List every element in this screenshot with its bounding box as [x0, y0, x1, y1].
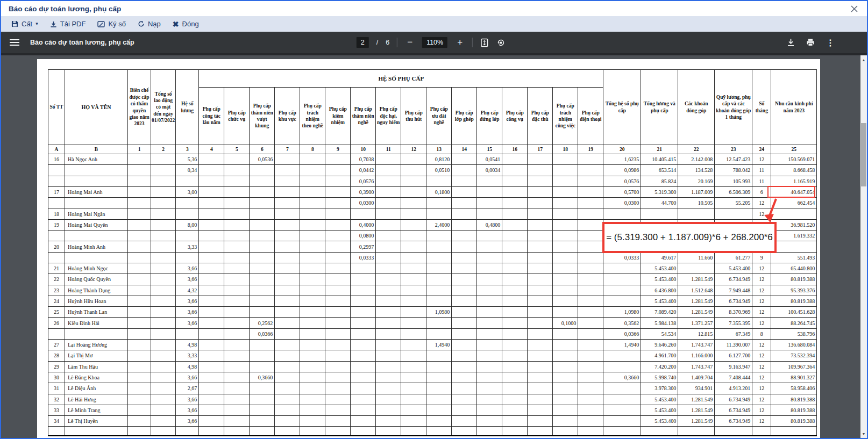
- rotate-button[interactable]: [496, 38, 506, 47]
- table-cell: [502, 176, 528, 186]
- table-cell: 3,66: [176, 274, 199, 285]
- table-cell: 1.281.549: [678, 416, 715, 427]
- scroll-up-icon[interactable]: ▲: [860, 56, 867, 63]
- pdf-download-button[interactable]: [787, 38, 795, 47]
- vertical-scrollbar[interactable]: ▲ ▼: [860, 55, 867, 438]
- table-cell: [199, 176, 224, 186]
- table-cell: [275, 416, 300, 427]
- save-button[interactable]: Cất ▾: [5, 16, 44, 32]
- table-cell: [553, 350, 578, 361]
- table-cell: 65.440.800: [771, 263, 817, 274]
- print-button[interactable]: [806, 38, 815, 47]
- table-cell: [477, 231, 502, 241]
- table-cell: 0,0034: [477, 165, 502, 176]
- table-cell: [128, 252, 151, 263]
- index-cell: 21: [641, 145, 678, 154]
- zoom-in-button[interactable]: +: [455, 37, 465, 48]
- table-cell: [128, 307, 151, 318]
- table-cell: [275, 198, 300, 208]
- table-cell: [250, 219, 275, 230]
- reload-button[interactable]: Nạp: [132, 16, 167, 32]
- table-cell: [351, 307, 376, 318]
- table-cell: [128, 241, 151, 252]
- table-cell: [128, 165, 151, 176]
- table-cell: Hoàng Mai Ngân: [65, 208, 128, 219]
- table-cell: [351, 208, 376, 219]
- index-cell: 13: [426, 145, 452, 154]
- table-cell: 6.734.949: [715, 296, 752, 306]
- fit-page-button[interactable]: [480, 38, 489, 47]
- table-cell: 0,7038: [351, 154, 376, 165]
- table-cell: [48, 427, 65, 436]
- table-cell: [151, 285, 176, 296]
- table-cell: [151, 328, 176, 339]
- table-cell: [578, 252, 603, 263]
- table-cell: [376, 372, 401, 383]
- table-cell: [578, 361, 603, 372]
- table-cell: [401, 154, 426, 165]
- table-cell: [401, 350, 426, 361]
- table-cell: [502, 198, 528, 208]
- table-cell: 0,0986: [603, 165, 641, 176]
- pdf-toolbar: Báo cáo dự toán lương, phụ cấp 2 / 6 − 1…: [1, 32, 867, 53]
- table-cell: Lại Thị Mơ: [65, 350, 128, 361]
- table-cell: [426, 427, 452, 436]
- table-cell: [128, 154, 151, 165]
- index-cell: 14: [452, 145, 477, 154]
- table-cell: [553, 208, 578, 219]
- table-cell: [300, 263, 325, 274]
- table-cell: [300, 274, 325, 285]
- table-cell: 11.660: [678, 252, 715, 263]
- table-cell: 44.700: [641, 198, 678, 208]
- table-cell: [48, 165, 65, 176]
- scrollbar-thumb[interactable]: [861, 123, 866, 186]
- table-cell: [151, 176, 176, 186]
- table-cell: [48, 198, 65, 208]
- table-cell: [151, 154, 176, 165]
- table-cell: [715, 208, 752, 219]
- table-cell: [151, 231, 176, 241]
- page-number-input[interactable]: 2: [357, 37, 369, 48]
- table-row: 25Huỳnh Thanh Lan3,661,09801,09807.089.4…: [48, 307, 817, 318]
- zoom-out-button[interactable]: −: [405, 37, 415, 48]
- table-cell: 23: [48, 285, 65, 296]
- table-cell: 6.734.949: [715, 274, 752, 285]
- scroll-down-icon[interactable]: ▼: [860, 430, 867, 437]
- table-cell: [351, 427, 376, 436]
- table-cell: [528, 165, 553, 176]
- table-cell: [502, 416, 528, 427]
- table-cell: [578, 231, 603, 241]
- table-cell: 26: [48, 318, 65, 328]
- table-cell: 11: [752, 165, 771, 176]
- table-cell: [275, 274, 300, 285]
- index-cell: 10: [351, 145, 376, 154]
- index-cell: 17: [528, 145, 553, 154]
- menu-icon[interactable]: [10, 38, 19, 47]
- table-cell: 3,66: [176, 405, 199, 415]
- window-close-button[interactable]: [849, 3, 859, 14]
- digital-sign-button[interactable]: Ký số: [91, 16, 132, 32]
- table-cell: [502, 231, 528, 241]
- table-cell: [578, 328, 603, 339]
- close-document-button[interactable]: ✖ Đóng: [167, 16, 205, 32]
- table-cell: 31: [48, 383, 65, 394]
- table-cell: 88.264.745: [771, 318, 817, 328]
- more-options-button[interactable]: ⋮: [826, 38, 835, 48]
- table-cell: 95.393.376: [771, 285, 817, 296]
- table-cell: [151, 165, 176, 176]
- download-pdf-button[interactable]: Tải PDF: [44, 16, 92, 32]
- table-cell: Hoàng Quốc Quyền: [65, 274, 128, 285]
- table-cell: 80.819.388: [771, 394, 817, 405]
- table-cell: [199, 274, 224, 285]
- table-cell: 30: [48, 372, 65, 383]
- index-cell: 8: [300, 145, 325, 154]
- table-cell: 17: [48, 186, 65, 197]
- table-cell: [426, 296, 452, 306]
- table-cell: [401, 231, 426, 241]
- table-cell: 0,0333: [603, 252, 641, 263]
- table-cell: [477, 416, 502, 427]
- table-cell: [325, 231, 351, 241]
- table-cell: [553, 274, 578, 285]
- table-cell: [603, 285, 641, 296]
- table-cell: [528, 208, 553, 219]
